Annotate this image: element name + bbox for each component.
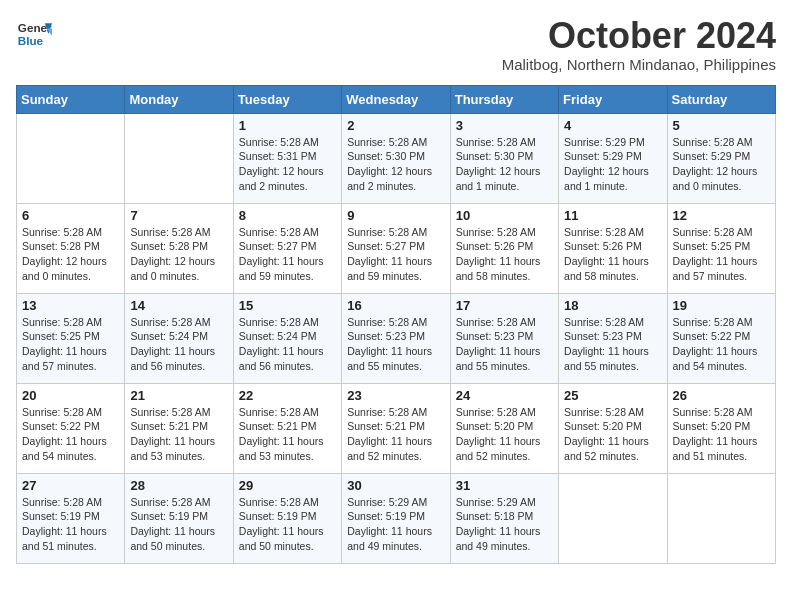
day-info: Sunrise: 5:28 AMSunset: 5:27 PMDaylight:… — [347, 225, 444, 284]
day-info: Sunrise: 5:28 AMSunset: 5:31 PMDaylight:… — [239, 135, 336, 194]
day-info: Sunrise: 5:28 AMSunset: 5:30 PMDaylight:… — [456, 135, 553, 194]
day-number: 2 — [347, 118, 444, 133]
calendar-cell: 9Sunrise: 5:28 AMSunset: 5:27 PMDaylight… — [342, 203, 450, 293]
day-number: 8 — [239, 208, 336, 223]
title-block: October 2024 Malitbog, Northern Mindanao… — [502, 16, 776, 73]
calendar-cell: 18Sunrise: 5:28 AMSunset: 5:23 PMDayligh… — [559, 293, 667, 383]
day-info: Sunrise: 5:28 AMSunset: 5:24 PMDaylight:… — [239, 315, 336, 374]
calendar-cell: 5Sunrise: 5:28 AMSunset: 5:29 PMDaylight… — [667, 113, 775, 203]
day-info: Sunrise: 5:28 AMSunset: 5:22 PMDaylight:… — [22, 405, 119, 464]
day-info: Sunrise: 5:28 AMSunset: 5:22 PMDaylight:… — [673, 315, 770, 374]
day-info: Sunrise: 5:28 AMSunset: 5:27 PMDaylight:… — [239, 225, 336, 284]
day-number: 12 — [673, 208, 770, 223]
day-info: Sunrise: 5:28 AMSunset: 5:21 PMDaylight:… — [239, 405, 336, 464]
day-info: Sunrise: 5:28 AMSunset: 5:30 PMDaylight:… — [347, 135, 444, 194]
calendar-cell: 12Sunrise: 5:28 AMSunset: 5:25 PMDayligh… — [667, 203, 775, 293]
calendar-cell — [17, 113, 125, 203]
day-number: 22 — [239, 388, 336, 403]
day-info: Sunrise: 5:28 AMSunset: 5:19 PMDaylight:… — [22, 495, 119, 554]
day-number: 29 — [239, 478, 336, 493]
day-info: Sunrise: 5:28 AMSunset: 5:23 PMDaylight:… — [564, 315, 661, 374]
day-number: 24 — [456, 388, 553, 403]
calendar-cell: 19Sunrise: 5:28 AMSunset: 5:22 PMDayligh… — [667, 293, 775, 383]
calendar-week-row: 6Sunrise: 5:28 AMSunset: 5:28 PMDaylight… — [17, 203, 776, 293]
day-number: 23 — [347, 388, 444, 403]
calendar-cell: 16Sunrise: 5:28 AMSunset: 5:23 PMDayligh… — [342, 293, 450, 383]
col-header-saturday: Saturday — [667, 85, 775, 113]
page-header: General Blue October 2024 Malitbog, Nort… — [16, 16, 776, 73]
day-number: 15 — [239, 298, 336, 313]
calendar-cell: 22Sunrise: 5:28 AMSunset: 5:21 PMDayligh… — [233, 383, 341, 473]
day-number: 25 — [564, 388, 661, 403]
day-number: 28 — [130, 478, 227, 493]
calendar-cell: 4Sunrise: 5:29 PMSunset: 5:29 PMDaylight… — [559, 113, 667, 203]
day-info: Sunrise: 5:29 AMSunset: 5:19 PMDaylight:… — [347, 495, 444, 554]
day-number: 30 — [347, 478, 444, 493]
col-header-monday: Monday — [125, 85, 233, 113]
month-title: October 2024 — [502, 16, 776, 56]
day-number: 3 — [456, 118, 553, 133]
calendar-cell: 24Sunrise: 5:28 AMSunset: 5:20 PMDayligh… — [450, 383, 558, 473]
day-number: 1 — [239, 118, 336, 133]
calendar-cell: 6Sunrise: 5:28 AMSunset: 5:28 PMDaylight… — [17, 203, 125, 293]
day-number: 5 — [673, 118, 770, 133]
day-number: 6 — [22, 208, 119, 223]
col-header-wednesday: Wednesday — [342, 85, 450, 113]
calendar-cell: 15Sunrise: 5:28 AMSunset: 5:24 PMDayligh… — [233, 293, 341, 383]
calendar-cell: 21Sunrise: 5:28 AMSunset: 5:21 PMDayligh… — [125, 383, 233, 473]
calendar-cell: 29Sunrise: 5:28 AMSunset: 5:19 PMDayligh… — [233, 473, 341, 563]
day-info: Sunrise: 5:28 AMSunset: 5:25 PMDaylight:… — [22, 315, 119, 374]
day-info: Sunrise: 5:28 AMSunset: 5:19 PMDaylight:… — [130, 495, 227, 554]
calendar-cell — [125, 113, 233, 203]
logo: General Blue — [16, 16, 52, 52]
calendar-cell: 3Sunrise: 5:28 AMSunset: 5:30 PMDaylight… — [450, 113, 558, 203]
calendar-cell: 8Sunrise: 5:28 AMSunset: 5:27 PMDaylight… — [233, 203, 341, 293]
location: Malitbog, Northern Mindanao, Philippines — [502, 56, 776, 73]
day-info: Sunrise: 5:29 AMSunset: 5:18 PMDaylight:… — [456, 495, 553, 554]
day-info: Sunrise: 5:28 AMSunset: 5:19 PMDaylight:… — [239, 495, 336, 554]
day-number: 9 — [347, 208, 444, 223]
calendar-cell: 25Sunrise: 5:28 AMSunset: 5:20 PMDayligh… — [559, 383, 667, 473]
day-number: 13 — [22, 298, 119, 313]
day-number: 4 — [564, 118, 661, 133]
calendar-cell: 30Sunrise: 5:29 AMSunset: 5:19 PMDayligh… — [342, 473, 450, 563]
calendar-week-row: 20Sunrise: 5:28 AMSunset: 5:22 PMDayligh… — [17, 383, 776, 473]
col-header-friday: Friday — [559, 85, 667, 113]
day-info: Sunrise: 5:28 AMSunset: 5:21 PMDaylight:… — [347, 405, 444, 464]
calendar-cell: 26Sunrise: 5:28 AMSunset: 5:20 PMDayligh… — [667, 383, 775, 473]
day-info: Sunrise: 5:29 PMSunset: 5:29 PMDaylight:… — [564, 135, 661, 194]
day-info: Sunrise: 5:28 AMSunset: 5:21 PMDaylight:… — [130, 405, 227, 464]
day-number: 16 — [347, 298, 444, 313]
calendar-cell: 7Sunrise: 5:28 AMSunset: 5:28 PMDaylight… — [125, 203, 233, 293]
calendar-header-row: SundayMondayTuesdayWednesdayThursdayFrid… — [17, 85, 776, 113]
calendar-cell: 23Sunrise: 5:28 AMSunset: 5:21 PMDayligh… — [342, 383, 450, 473]
logo-icon: General Blue — [16, 16, 52, 52]
col-header-sunday: Sunday — [17, 85, 125, 113]
day-info: Sunrise: 5:28 AMSunset: 5:20 PMDaylight:… — [456, 405, 553, 464]
calendar-cell: 17Sunrise: 5:28 AMSunset: 5:23 PMDayligh… — [450, 293, 558, 383]
day-number: 21 — [130, 388, 227, 403]
day-info: Sunrise: 5:28 AMSunset: 5:26 PMDaylight:… — [564, 225, 661, 284]
col-header-tuesday: Tuesday — [233, 85, 341, 113]
day-info: Sunrise: 5:28 AMSunset: 5:23 PMDaylight:… — [347, 315, 444, 374]
day-number: 7 — [130, 208, 227, 223]
calendar-cell: 27Sunrise: 5:28 AMSunset: 5:19 PMDayligh… — [17, 473, 125, 563]
calendar-cell: 11Sunrise: 5:28 AMSunset: 5:26 PMDayligh… — [559, 203, 667, 293]
calendar-cell: 14Sunrise: 5:28 AMSunset: 5:24 PMDayligh… — [125, 293, 233, 383]
calendar-week-row: 1Sunrise: 5:28 AMSunset: 5:31 PMDaylight… — [17, 113, 776, 203]
day-number: 31 — [456, 478, 553, 493]
day-info: Sunrise: 5:28 AMSunset: 5:24 PMDaylight:… — [130, 315, 227, 374]
day-info: Sunrise: 5:28 AMSunset: 5:20 PMDaylight:… — [673, 405, 770, 464]
calendar-cell: 13Sunrise: 5:28 AMSunset: 5:25 PMDayligh… — [17, 293, 125, 383]
day-number: 27 — [22, 478, 119, 493]
day-number: 20 — [22, 388, 119, 403]
calendar-cell: 28Sunrise: 5:28 AMSunset: 5:19 PMDayligh… — [125, 473, 233, 563]
col-header-thursday: Thursday — [450, 85, 558, 113]
day-number: 10 — [456, 208, 553, 223]
calendar-cell: 31Sunrise: 5:29 AMSunset: 5:18 PMDayligh… — [450, 473, 558, 563]
day-info: Sunrise: 5:28 AMSunset: 5:26 PMDaylight:… — [456, 225, 553, 284]
day-info: Sunrise: 5:28 AMSunset: 5:29 PMDaylight:… — [673, 135, 770, 194]
calendar-week-row: 13Sunrise: 5:28 AMSunset: 5:25 PMDayligh… — [17, 293, 776, 383]
day-info: Sunrise: 5:28 AMSunset: 5:28 PMDaylight:… — [130, 225, 227, 284]
day-number: 14 — [130, 298, 227, 313]
